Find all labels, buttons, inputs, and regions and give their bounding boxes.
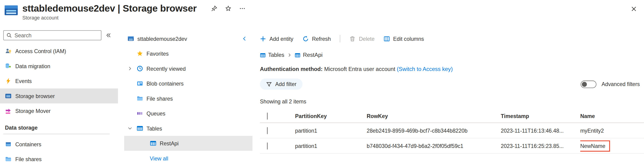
search-input[interactable]: [4, 31, 101, 40]
advanced-filters-toggle[interactable]: [580, 80, 596, 88]
close-icon[interactable]: [629, 4, 638, 13]
toggle-knob: [582, 81, 587, 87]
sidebar-search-box: [3, 30, 102, 40]
iam-person-icon: [5, 48, 12, 54]
sidebar-item-file-shares[interactable]: File shares: [0, 152, 118, 166]
breadcrumb-chevron-icon: [287, 53, 292, 57]
cell-name: NewName: [580, 140, 644, 151]
column-header-partitionkey[interactable]: PartitionKey: [295, 113, 366, 119]
storage-account-small-icon: [128, 35, 134, 42]
page-title: sttabledemouse2dev | Storage browser: [22, 3, 196, 14]
sidebar-item-storage-mover[interactable]: Storage Mover: [0, 103, 118, 118]
cell-rowkey: b748030d-f434-47d9-b6a2-2f0f05df59c1: [366, 143, 501, 149]
title-block: sttabledemouse2dev | Storage browser Sto…: [22, 3, 246, 21]
table-row[interactable]: partition1 b748030d-f434-47d9-b6a2-2f0f0…: [260, 138, 644, 154]
breadcrumb-label: Tables: [268, 52, 284, 58]
chevron-down-icon[interactable]: [128, 126, 136, 131]
breadcrumb-restapi[interactable]: RestApi: [295, 52, 323, 58]
authentication-line: Authentication method: Microsoft Entra u…: [260, 66, 644, 72]
chevron-left-icon[interactable]: [242, 36, 248, 42]
row-checkbox[interactable]: [267, 142, 268, 149]
column-header-timestamp[interactable]: Timestamp: [501, 113, 580, 119]
select-all-checkbox[interactable]: [267, 112, 268, 119]
tables-icon: [136, 125, 143, 132]
tree-root-storage-account[interactable]: sttabledemouse2dev: [124, 31, 252, 46]
add-entity-button[interactable]: Add entity: [260, 35, 293, 42]
tree-item-label: File shares: [146, 95, 173, 102]
tree-item-tables[interactable]: Tables: [124, 121, 252, 136]
delete-button[interactable]: Delete: [350, 35, 375, 42]
blob-containers-icon: [136, 80, 143, 87]
view-all-link[interactable]: View all: [124, 151, 252, 166]
storage-browser-tree: sttabledemouse2dev Favorites: [124, 27, 252, 166]
entities-table: PartitionKey RowKey Timestamp Name parti…: [260, 109, 644, 154]
tree-item-queues[interactable]: Queues: [124, 106, 252, 121]
tree-item-favorites[interactable]: Favorites: [124, 46, 252, 61]
tree-item-blob-containers[interactable]: Blob containers: [124, 76, 252, 91]
table-icon: [295, 52, 300, 58]
data-migration-icon: [5, 63, 12, 69]
sidebar-item-label: Containers: [15, 141, 41, 147]
table-header-row: PartitionKey RowKey Timestamp Name: [260, 109, 644, 123]
blade-header: sttabledemouse2dev | Storage browser Sto…: [0, 0, 644, 27]
search-icon: [6, 32, 12, 40]
column-header-name[interactable]: Name: [580, 113, 644, 119]
filter-row: Add filter Advanced filters: [260, 78, 644, 90]
chevron-right-icon[interactable]: [128, 66, 136, 71]
sidebar-search-row: [0, 30, 118, 40]
storage-browser-window: sttabledemouse2dev | Storage browser Sto…: [0, 0, 644, 166]
recently-viewed-clock-icon: [136, 65, 143, 72]
sidebar-item-data-migration[interactable]: Data migration: [0, 59, 118, 74]
sidebar-item-label: Storage Mover: [15, 108, 50, 114]
breadcrumb-tables[interactable]: Tables: [260, 52, 284, 58]
sidebar-item-containers[interactable]: Containers: [0, 137, 118, 152]
advanced-filters-label: Advanced filters: [602, 81, 640, 87]
items-count-status: Showing all 2 items: [260, 99, 644, 105]
sidebar-item-events[interactable]: Events: [0, 73, 118, 89]
tree-item-label: RestApi: [160, 140, 179, 146]
table-icon: [150, 140, 156, 147]
favorite-star-icon[interactable]: [224, 5, 232, 13]
add-icon: [260, 35, 266, 42]
blade-actions: [210, 5, 246, 13]
cell-partitionkey: partition1: [295, 127, 366, 134]
refresh-icon: [302, 35, 308, 42]
folder-icon: [5, 156, 12, 162]
sidebar-item-storage-browser[interactable]: Storage browser: [0, 89, 118, 104]
tree-root-label: sttabledemouse2dev: [138, 35, 187, 42]
storage-mover-icon: [5, 108, 12, 114]
pin-icon[interactable]: [210, 5, 218, 13]
tree-item-label: Tables: [146, 125, 162, 131]
sidebar-item-label: Data migration: [15, 63, 50, 69]
edit-columns-label: Edit columns: [393, 35, 424, 42]
add-entity-label: Add entity: [269, 35, 293, 42]
switch-access-key-link[interactable]: (Switch to Access key): [397, 66, 453, 72]
tree-item-file-shares[interactable]: File shares: [124, 91, 252, 106]
table-row[interactable]: partition1 28eb2419-8959-469b-bcf7-c8b34…: [260, 123, 644, 138]
sidebar-section-data-storage: Data storage: [0, 123, 118, 134]
add-filter-button[interactable]: Add filter: [260, 78, 302, 90]
resource-type-label: Storage account: [22, 15, 246, 21]
storage-browser-icon: [5, 93, 12, 100]
more-options-icon[interactable]: [238, 5, 246, 13]
table-icon: [260, 52, 266, 58]
tree-item-label: Blob containers: [146, 80, 184, 87]
sidebar-divider: [3, 134, 110, 134]
favorites-star-icon: [136, 50, 143, 57]
tree-item-restapi[interactable]: RestApi: [124, 136, 252, 151]
tree-item-recently-viewed[interactable]: Recently viewed: [124, 61, 252, 76]
edit-columns-button[interactable]: Edit columns: [384, 35, 424, 42]
collapse-sidebar-icon[interactable]: [106, 32, 111, 38]
row-checkbox[interactable]: [267, 127, 268, 134]
refresh-button[interactable]: Refresh: [302, 35, 331, 42]
cell-timestamp: 2023-11-11T16:25:23.85...: [501, 143, 580, 149]
cell-name: myEntity2: [580, 127, 644, 134]
sidebar-item-access-control-iam[interactable]: Access Control (IAM): [0, 44, 118, 59]
column-header-rowkey[interactable]: RowKey: [366, 113, 501, 119]
cell-partitionkey: partition1: [295, 143, 366, 149]
storage-account-icon: [4, 4, 18, 16]
sidebar-item-label: File shares: [15, 156, 42, 162]
advanced-filters-group: Advanced filters: [580, 80, 640, 88]
containers-icon: [5, 141, 12, 147]
filter-icon: [266, 81, 272, 87]
